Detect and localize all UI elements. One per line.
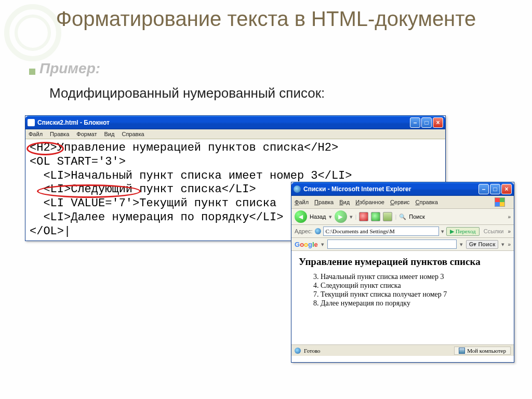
zone-icon (459, 348, 465, 354)
status-ie-icon (295, 348, 301, 354)
toolbar-overflow-icon[interactable]: » (508, 214, 511, 220)
forward-dropdown-icon[interactable]: ▾ (350, 214, 353, 220)
minimize-button[interactable]: – (478, 184, 489, 194)
google-toolbar: Google ▾ ▾ G▾ Поиск ▾ » (291, 238, 514, 251)
ie-icon (294, 185, 301, 193)
ie-page-content: Управление нумерацией пунктов списка Нач… (291, 251, 514, 344)
menu-help[interactable]: Справка (416, 199, 438, 205)
bullet-icon (29, 69, 35, 75)
menu-file[interactable]: Файл (29, 131, 43, 137)
menu-edit[interactable]: Правка (314, 199, 334, 205)
notepad-titlebar[interactable]: Списки2.html - Блокнот – □ × (25, 116, 445, 129)
annotation-oval-2 (37, 184, 141, 198)
stop-icon[interactable] (359, 212, 368, 221)
address-input[interactable] (323, 227, 439, 236)
windows-flag-icon (495, 197, 505, 207)
links-overflow-icon[interactable]: » (508, 229, 511, 234)
minimize-button[interactable]: – (410, 117, 420, 128)
address-label: Адрес: (295, 228, 313, 234)
list-item: Текущий пункт списка получает номер 7 (321, 290, 507, 299)
maximize-button[interactable]: □ (421, 117, 432, 128)
forward-button[interactable]: ► (335, 210, 347, 223)
example-label: Пример: (39, 60, 100, 77)
page-icon (315, 228, 321, 234)
ie-titlebar[interactable]: Списки - Microsoft Internet Explorer – □… (291, 182, 514, 196)
search-label[interactable]: Поиск (409, 214, 424, 220)
google-search-button[interactable]: G▾ Поиск (466, 240, 499, 249)
status-zone: Мой компьютер (467, 348, 506, 354)
refresh-icon[interactable] (371, 212, 380, 221)
ie-address-bar: Адрес: ▾ ▶ Переход Ссылки » (291, 225, 514, 238)
menu-tools[interactable]: Сервис (390, 199, 410, 205)
search-icon[interactable]: 🔍 (399, 214, 406, 220)
annotation-oval-1 (26, 142, 64, 155)
notepad-title: Списки2.html - Блокнот (37, 119, 110, 126)
go-button[interactable]: ▶ Переход (446, 227, 480, 236)
menu-format[interactable]: Формат (76, 131, 97, 137)
menu-favorites[interactable]: Избранное (355, 199, 384, 205)
status-ready: Готово (304, 348, 321, 354)
notepad-menubar: Файл Правка Формат Вид Справка (25, 129, 445, 139)
maximize-button[interactable]: □ (490, 184, 500, 194)
list-item: Следующий пункт списка (321, 282, 507, 290)
back-dropdown-icon[interactable]: ▾ (329, 214, 332, 220)
notepad-icon (28, 119, 35, 126)
home-icon[interactable] (383, 212, 392, 221)
slide-title: Форматирование текста в HTML-документе (0, 7, 532, 30)
ie-menubar: Файл Правка Вид Избранное Сервис Справка (291, 196, 514, 209)
google-overflow-icon[interactable]: » (508, 242, 511, 247)
ie-title: Списки - Microsoft Internet Explorer (303, 185, 411, 193)
list-item: Начальный пункт списка имеет номер 3 (321, 273, 507, 281)
ie-toolbar: ◄ Назад ▾ ► ▾ | | 🔍 Поиск » (291, 209, 514, 225)
back-label[interactable]: Назад (310, 214, 326, 220)
ie-status-bar: Готово Мой компьютер (291, 344, 514, 356)
list-item: Далее нумерация по порядку (321, 299, 507, 308)
close-button[interactable]: × (433, 117, 443, 128)
menu-help[interactable]: Справка (122, 131, 144, 137)
slide-subtitle: Модифицированный нумерованный список: (49, 85, 325, 101)
menu-view[interactable]: Вид (104, 131, 114, 137)
google-logo[interactable]: Google (295, 241, 318, 248)
back-button[interactable]: ◄ (295, 210, 307, 223)
menu-file[interactable]: Файл (295, 199, 309, 205)
menu-view[interactable]: Вид (339, 199, 350, 205)
menu-edit[interactable]: Правка (50, 131, 69, 137)
page-heading: Управление нумерацией пунктов списка (299, 256, 507, 268)
links-label[interactable]: Ссылки (482, 228, 506, 234)
ie-window: Списки - Microsoft Internet Explorer – □… (291, 182, 514, 363)
close-button[interactable]: × (501, 184, 512, 194)
google-search-input[interactable] (327, 240, 457, 249)
